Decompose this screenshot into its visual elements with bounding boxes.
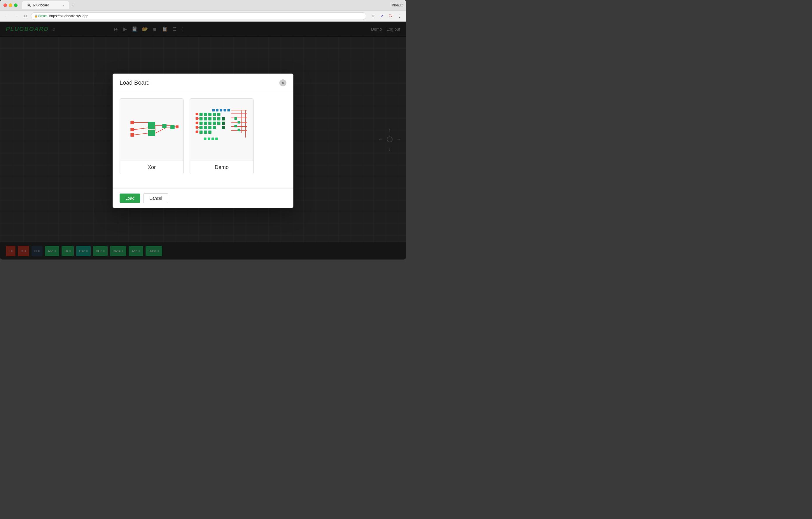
svg-rect-33: [200, 113, 203, 116]
svg-rect-51: [213, 126, 216, 129]
svg-rect-20: [212, 109, 215, 111]
modal-title: Load Board: [120, 79, 150, 86]
cancel-button[interactable]: Cancel: [143, 193, 168, 203]
bookmark-star-button[interactable]: ☆: [369, 12, 377, 20]
svg-rect-39: [204, 117, 207, 120]
svg-rect-43: [200, 121, 203, 125]
svg-rect-54: [208, 131, 211, 134]
svg-rect-59: [196, 131, 198, 133]
svg-rect-21: [216, 109, 219, 111]
svg-rect-55: [196, 113, 198, 115]
svg-rect-58: [196, 126, 198, 129]
modal-close-button[interactable]: ×: [280, 79, 286, 86]
refresh-button[interactable]: ↻: [22, 12, 29, 20]
xor-board-name: Xor: [120, 161, 183, 174]
svg-rect-10: [130, 120, 134, 124]
svg-rect-40: [208, 117, 211, 120]
browser-tab[interactable]: 🔌 Plugboard ×: [22, 1, 69, 9]
board-card-xor[interactable]: Xor: [120, 99, 184, 174]
menu-button[interactable]: ⋮: [396, 12, 403, 20]
svg-rect-70: [208, 137, 210, 140]
svg-line-4: [155, 130, 162, 133]
modal-header: Load Board ×: [113, 74, 293, 91]
xor-circuit-svg: [120, 99, 183, 161]
svg-rect-11: [130, 128, 134, 131]
load-button[interactable]: Load: [120, 194, 140, 203]
svg-line-1: [134, 128, 148, 129]
svg-rect-53: [204, 131, 207, 134]
svg-rect-61: [238, 121, 240, 124]
demo-board-name: Demo: [190, 161, 254, 174]
svg-rect-15: [162, 124, 167, 128]
svg-rect-57: [196, 121, 198, 124]
maximize-button[interactable]: [14, 3, 18, 7]
tab-area: 🔌 Plugboard × +: [22, 1, 388, 9]
svg-rect-36: [213, 113, 216, 116]
svg-rect-71: [211, 137, 214, 140]
svg-rect-34: [204, 113, 207, 116]
back-button[interactable]: ←: [3, 12, 10, 20]
svg-rect-24: [228, 109, 230, 111]
svg-rect-56: [196, 117, 198, 120]
svg-rect-47: [217, 121, 221, 125]
modal-footer: Load Cancel: [113, 188, 293, 208]
extension2-button[interactable]: 🛡: [387, 12, 394, 20]
browser-toolbar: ← → ↻ 🔒 Secure https://plugboard.xyz/app…: [0, 10, 406, 22]
svg-rect-60: [234, 117, 237, 120]
svg-rect-49: [204, 126, 207, 129]
traffic-lights: [3, 3, 18, 7]
svg-rect-73: [222, 117, 225, 120]
tab-title: Plugboard: [33, 3, 49, 7]
svg-rect-75: [222, 126, 225, 129]
svg-rect-16: [170, 125, 175, 129]
browser-titlebar: 🔌 Plugboard × + Thibault: [0, 0, 406, 10]
svg-line-2: [134, 133, 148, 135]
modal-overlay: Load Board ×: [0, 22, 406, 260]
tab-close-button[interactable]: ×: [62, 3, 64, 7]
svg-rect-46: [213, 121, 216, 125]
svg-rect-72: [215, 137, 218, 140]
address-bar[interactable]: 🔒 Secure https://plugboard.xyz/app: [31, 12, 366, 20]
svg-rect-42: [217, 117, 221, 120]
app-area: PLUGBOARD ⚙ ⏭ ▶ 💾 📂 ⏹ 📋 ☰ ⟨ Demo Log out: [0, 22, 406, 260]
board-card-demo[interactable]: Demo: [190, 99, 254, 174]
svg-rect-48: [200, 126, 203, 129]
svg-rect-52: [200, 131, 203, 134]
svg-rect-74: [222, 121, 225, 125]
minimize-button[interactable]: [9, 3, 12, 7]
svg-rect-37: [217, 113, 221, 116]
svg-rect-17: [176, 125, 178, 128]
browser-user: Thibault: [390, 3, 403, 7]
xor-preview: [120, 99, 183, 161]
browser-toolbar-actions: ☆ V 🛡 ⋮: [369, 12, 403, 20]
svg-rect-12: [130, 133, 134, 137]
forward-button[interactable]: →: [12, 12, 20, 20]
svg-rect-13: [148, 122, 155, 129]
demo-circuit-svg: [190, 99, 254, 161]
url-text: https://plugboard.xyz/app: [49, 14, 88, 18]
new-tab-button[interactable]: +: [69, 2, 77, 8]
extension1-button[interactable]: V: [378, 12, 385, 20]
svg-rect-63: [238, 129, 240, 131]
svg-rect-22: [220, 109, 222, 111]
demo-preview: [190, 99, 254, 161]
svg-rect-38: [200, 117, 203, 120]
svg-rect-50: [208, 126, 211, 129]
svg-rect-69: [204, 137, 206, 140]
load-board-modal: Load Board ×: [113, 74, 293, 208]
tab-icon: 🔌: [27, 3, 31, 7]
svg-rect-23: [224, 109, 226, 111]
secure-badge: 🔒 Secure: [34, 14, 48, 18]
svg-rect-41: [213, 117, 216, 120]
svg-rect-44: [204, 121, 207, 125]
svg-rect-62: [234, 125, 237, 127]
svg-rect-35: [208, 113, 211, 116]
svg-rect-45: [208, 121, 211, 125]
modal-body: Xor: [113, 91, 293, 188]
close-button[interactable]: [3, 3, 7, 7]
svg-rect-14: [148, 130, 155, 136]
browser-window: 🔌 Plugboard × + Thibault ← → ↻ 🔒 Secure …: [0, 0, 406, 260]
